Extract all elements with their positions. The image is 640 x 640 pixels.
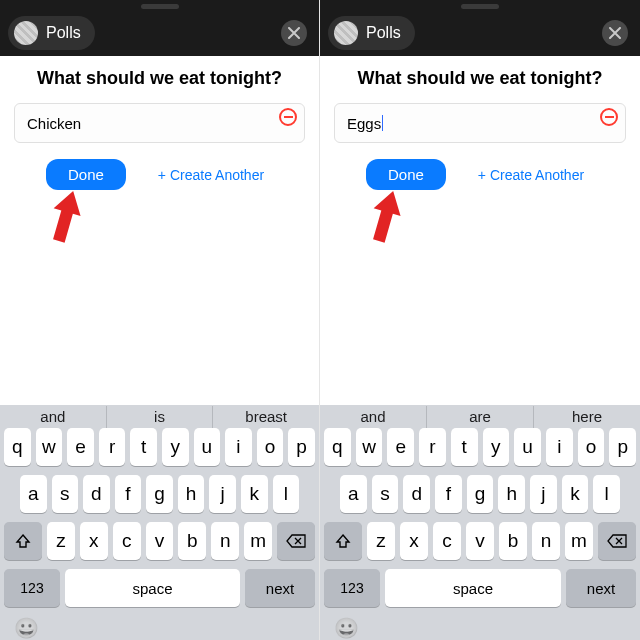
sheet-grabber[interactable] [461,4,499,9]
key-b[interactable]: b [178,522,206,560]
keyboard[interactable]: and are here qwertyuiop asdfghjkl zxcvbn… [320,405,640,640]
backspace-key[interactable] [598,522,636,560]
suggestion-1[interactable]: and [320,408,426,425]
key-d[interactable]: d [83,475,110,513]
key-b[interactable]: b [499,522,527,560]
key-s[interactable]: s [372,475,399,513]
key-k[interactable]: k [562,475,589,513]
emoji-key[interactable]: 😀 [14,616,39,640]
key-p[interactable]: p [288,428,315,466]
suggestion-2[interactable]: are [427,408,533,425]
key-n[interactable]: n [211,522,239,560]
key-w[interactable]: w [356,428,383,466]
close-icon [609,27,621,39]
shift-icon [15,533,31,549]
key-f[interactable]: f [115,475,142,513]
key-z[interactable]: z [47,522,75,560]
key-h[interactable]: h [498,475,525,513]
key-m[interactable]: m [244,522,272,560]
numbers-key[interactable]: 123 [4,569,60,607]
sheet-grabber[interactable] [141,4,179,9]
app-chip[interactable]: Polls [328,16,415,50]
close-button[interactable] [281,20,307,46]
key-c[interactable]: c [433,522,461,560]
option-input[interactable] [14,103,305,143]
key-i[interactable]: i [225,428,252,466]
remove-option-button[interactable] [600,108,618,126]
key-n[interactable]: n [532,522,560,560]
key-g[interactable]: g [146,475,173,513]
key-v[interactable]: v [146,522,174,560]
key-v[interactable]: v [466,522,494,560]
key-y[interactable]: y [162,428,189,466]
key-m[interactable]: m [565,522,593,560]
key-x[interactable]: x [80,522,108,560]
option-field-wrap: Eggs [334,103,626,143]
app-chip[interactable]: Polls [8,16,95,50]
key-q[interactable]: q [324,428,351,466]
suggestion-3[interactable]: breast [213,408,319,425]
option-input[interactable]: Eggs [334,103,626,143]
numbers-key[interactable]: 123 [324,569,380,607]
key-l[interactable]: l [273,475,300,513]
key-u[interactable]: u [194,428,221,466]
space-key[interactable]: space [65,569,240,607]
emoji-row[interactable]: 😀 [320,616,640,640]
key-k[interactable]: k [241,475,268,513]
space-key[interactable]: space [385,569,561,607]
key-q[interactable]: q [4,428,31,466]
key-row-4[interactable]: 123 space next [0,569,319,607]
key-j[interactable]: j [530,475,557,513]
create-another-link[interactable]: + Create Another [478,167,584,183]
key-a[interactable]: a [340,475,367,513]
key-r[interactable]: r [419,428,446,466]
key-f[interactable]: f [435,475,462,513]
key-t[interactable]: t [451,428,478,466]
key-c[interactable]: c [113,522,141,560]
key-p[interactable]: p [609,428,636,466]
key-s[interactable]: s [52,475,79,513]
remove-option-button[interactable] [279,108,297,126]
suggestion-1[interactable]: and [0,408,106,425]
close-button[interactable] [602,20,628,46]
sheet-header: Polls [0,0,319,56]
key-j[interactable]: j [209,475,236,513]
key-x[interactable]: x [400,522,428,560]
emoji-row[interactable]: 😀 [0,616,319,640]
key-w[interactable]: w [36,428,63,466]
suggestion-bar[interactable]: and is breast [0,405,319,428]
key-o[interactable]: o [578,428,605,466]
key-i[interactable]: i [546,428,573,466]
suggestion-bar[interactable]: and are here [320,405,640,428]
key-row-1: qwertyuiop [0,428,319,466]
create-another-link[interactable]: + Create Another [158,167,264,183]
key-g[interactable]: g [467,475,494,513]
emoji-key[interactable]: 😀 [334,616,359,640]
key-e[interactable]: e [387,428,414,466]
key-a[interactable]: a [20,475,47,513]
key-h[interactable]: h [178,475,205,513]
key-r[interactable]: r [99,428,126,466]
app-name-label: Polls [366,24,401,42]
key-e[interactable]: e [67,428,94,466]
backspace-icon [607,534,627,548]
key-l[interactable]: l [593,475,620,513]
backspace-key[interactable] [277,522,315,560]
key-y[interactable]: y [483,428,510,466]
key-z[interactable]: z [367,522,395,560]
suggestion-3[interactable]: here [534,408,640,425]
key-u[interactable]: u [514,428,541,466]
key-row-4[interactable]: 123 space next [320,569,640,607]
suggestion-2[interactable]: is [107,408,213,425]
shift-key[interactable] [324,522,362,560]
close-icon [288,27,300,39]
key-d[interactable]: d [403,475,430,513]
next-key[interactable]: next [566,569,636,607]
next-key[interactable]: next [245,569,315,607]
key-o[interactable]: o [257,428,284,466]
shift-key[interactable] [4,522,42,560]
key-row-2: asdfghjkl [0,475,319,513]
content-area: What should we eat tonight? Done + Creat… [0,56,319,190]
key-t[interactable]: t [130,428,157,466]
keyboard[interactable]: and is breast qwertyuiop asdfghjkl zxcvb… [0,405,319,640]
